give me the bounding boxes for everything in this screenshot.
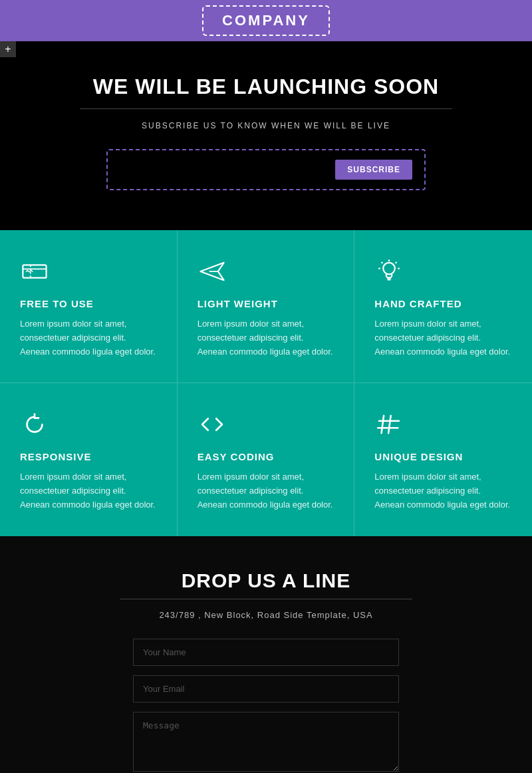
feature-desc-4: Lorem ipsum dolor sit amet, consectetuer… <box>198 470 334 512</box>
refresh-icon <box>20 439 49 450</box>
feature-cell-3: RESPONSIVE Lorem ipsum dolor sit amet, c… <box>0 383 178 536</box>
subscribe-input[interactable] <box>120 160 335 179</box>
feature-cell-5: UNIQUE DESIGN Lorem ipsum dolor sit amet… <box>354 383 532 536</box>
feature-cell-1: LIGHT WEIGHT Lorem ipsum dolor sit amet,… <box>178 230 355 383</box>
svg-line-14 <box>388 416 391 433</box>
name-input[interactable] <box>133 639 399 666</box>
contact-divider <box>120 599 412 599</box>
ticket-icon <box>20 286 49 297</box>
feature-title-1: LIGHT WEIGHT <box>198 298 334 309</box>
contact-form: SEND REQUEST <box>133 639 399 773</box>
code-icon <box>198 439 227 450</box>
bulb-icon <box>374 286 404 297</box>
hashtag-icon <box>374 439 404 450</box>
hero-section: WE WILL BE LAUNCHING SOON SUBSCRIBE US T… <box>0 41 532 230</box>
features-section: FREE TO USE Lorem ipsum dolor sit amet, … <box>0 230 532 536</box>
hero-subtitle: SUBSCRIBE US TO KNOW WHEN WE WILL BE LIV… <box>53 121 479 130</box>
contact-address: 243/789 , New Block, Road Side Template,… <box>66 610 466 620</box>
feature-title-2: HAND CRAFTED <box>374 298 512 309</box>
feature-cell-0: FREE TO USE Lorem ipsum dolor sit amet, … <box>0 230 178 383</box>
subscribe-box: SUBSCRIBE <box>106 149 426 190</box>
message-input[interactable] <box>133 712 399 772</box>
hero-divider <box>80 108 452 109</box>
feature-title-4: EASY CODING <box>198 451 334 462</box>
header: COMPANY <box>0 0 532 41</box>
plus-button[interactable]: + <box>0 41 16 57</box>
contact-title: DROP US A LINE <box>66 569 466 592</box>
feature-title-3: RESPONSIVE <box>20 451 157 462</box>
svg-line-10 <box>396 262 397 263</box>
contact-section: DROP US A LINE 243/789 , New Block, Road… <box>0 536 532 773</box>
feature-desc-5: Lorem ipsum dolor sit amet, consectetuer… <box>374 470 512 512</box>
svg-line-9 <box>382 262 383 263</box>
feature-desc-3: Lorem ipsum dolor sit amet, consectetuer… <box>20 470 157 512</box>
feature-desc-1: Lorem ipsum dolor sit amet, consectetuer… <box>198 317 334 359</box>
svg-point-5 <box>384 263 396 275</box>
hero-title: WE WILL BE LAUNCHING SOON <box>53 75 479 99</box>
feature-title-0: FREE TO USE <box>20 298 157 309</box>
feature-cell-4: EASY CODING Lorem ipsum dolor sit amet, … <box>178 383 355 536</box>
feature-desc-0: Lorem ipsum dolor sit amet, consectetuer… <box>20 317 157 359</box>
email-input[interactable] <box>133 675 399 702</box>
feature-title-5: UNIQUE DESIGN <box>374 451 512 462</box>
feature-cell-2: HAND CRAFTED Lorem ipsum dolor sit amet,… <box>354 230 532 383</box>
svg-line-13 <box>382 416 384 433</box>
subscribe-button[interactable]: SUBSCRIBE <box>335 160 412 180</box>
feature-desc-2: Lorem ipsum dolor sit amet, consectetuer… <box>374 317 512 359</box>
company-logo: COMPANY <box>202 5 330 36</box>
send-icon <box>198 286 227 297</box>
